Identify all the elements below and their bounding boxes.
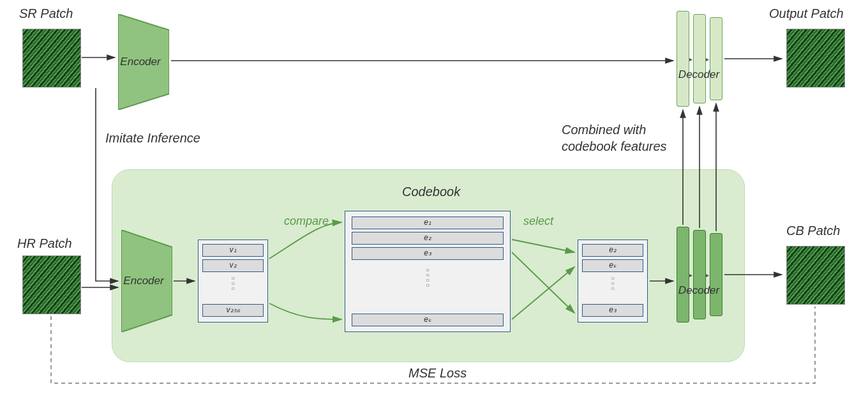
decoder-top: ▸ ▸ Decoder [677, 14, 724, 103]
encoder-label-bottom: Encoder [123, 275, 163, 287]
label-cb-patch: CB Patch [786, 224, 840, 238]
hr-patch-image [22, 255, 81, 314]
selected-s3: e₃ [582, 304, 643, 317]
vector-dots: ○○○ [198, 276, 267, 291]
label-sr-patch: SR Patch [19, 6, 73, 21]
label-select: select [523, 215, 553, 228]
label-mse-loss: MSE Loss [408, 366, 467, 381]
selected-feature-box: e₂ eₖ ○○○ e₃ [578, 240, 648, 323]
codebook-box: e₁ e₂ e₃ ○○○○ eₖ [345, 211, 511, 332]
label-combined-l1: Combined with [562, 123, 646, 137]
label-imitate-inference: Imitate Inference [105, 131, 200, 146]
encoder-label-top: Encoder [120, 56, 160, 68]
selected-dots: ○○○ [578, 276, 647, 291]
vector-v1: v₁ [202, 244, 264, 257]
vector-v2: v₂ [202, 259, 264, 272]
codebook-e3: e₃ [352, 247, 504, 260]
encoder-top: Encoder [118, 14, 163, 110]
decoder-bottom: ▸ ▸ Decoder [677, 230, 724, 319]
codebook-dots: ○○○○ [345, 268, 510, 288]
sr-patch-image [22, 29, 81, 87]
label-combined-l2: codebook features [562, 139, 667, 154]
codebook-e2: e₂ [352, 232, 504, 245]
decoder-label-bottom: Decoder [673, 284, 724, 297]
cb-patch-image [786, 246, 845, 305]
selected-s2: eₖ [582, 259, 643, 272]
selected-s1: e₂ [582, 244, 643, 257]
output-patch-image [786, 29, 845, 87]
diagram-root: SR Patch HR Patch Output Patch CB Patch … [0, 0, 868, 403]
label-output-patch: Output Patch [769, 6, 844, 21]
vector-v256: v₂₅₆ [202, 304, 264, 317]
decoder-label-top: Decoder [673, 68, 724, 81]
codebook-e1: e₁ [352, 217, 504, 229]
label-codebook: Codebook [402, 185, 460, 199]
label-hr-patch: HR Patch [17, 236, 72, 251]
encoded-feature-box: v₁ v₂ ○○○ v₂₅₆ [198, 240, 268, 323]
codebook-ek: eₖ [352, 314, 504, 326]
label-compare: compare [284, 215, 329, 228]
encoder-bottom: Encoder [121, 230, 166, 332]
